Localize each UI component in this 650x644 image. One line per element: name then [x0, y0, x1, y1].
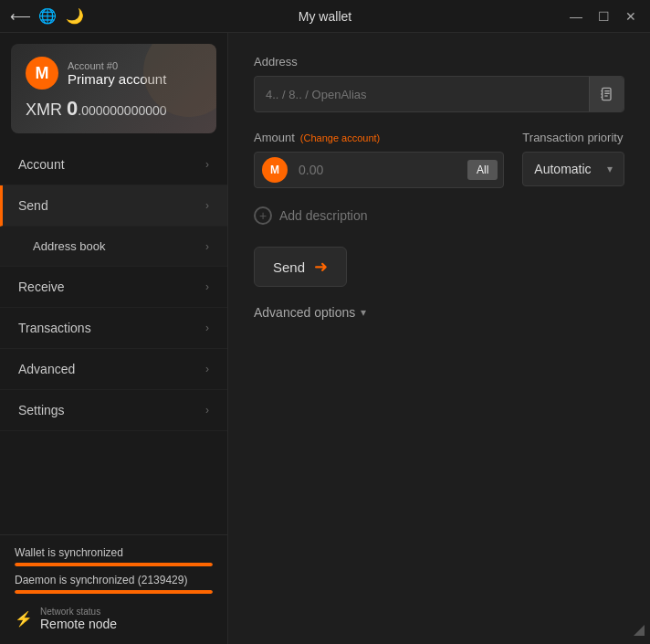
balance-decimal: .000000000000 — [78, 103, 166, 118]
change-account-link[interactable]: (Change account) — [300, 132, 380, 143]
chevron-receive-icon: › — [205, 280, 209, 293]
priority-value: Automatic — [534, 162, 591, 176]
window-title: My wallet — [299, 9, 351, 24]
send-button-label: Send — [273, 259, 305, 275]
title-bar-left: ⟵ 🌐 🌙 — [11, 7, 84, 26]
sidebar-item-send[interactable]: Send › — [0, 185, 227, 227]
priority-chevron-icon: ▾ — [607, 163, 613, 175]
send-button[interactable]: Send ➜ — [254, 247, 347, 287]
amount-label-row: Amount (Change account) — [254, 131, 504, 144]
address-input-wrap — [254, 76, 624, 112]
send-arrow-icon: ➜ — [314, 257, 328, 277]
amount-label: Amount — [254, 131, 295, 144]
resize-handle[interactable] — [634, 625, 645, 639]
balance-integer: 0 — [67, 97, 78, 120]
sidebar-item-transactions[interactable]: Transactions › — [0, 308, 227, 349]
sidebar-item-settings[interactable]: Settings › — [0, 390, 227, 431]
balance-currency: XMR — [26, 100, 62, 119]
add-description-label: Add description — [279, 208, 368, 223]
close-button[interactable]: ✕ — [623, 8, 639, 25]
sidebar-item-advanced-label: Advanced — [18, 362, 75, 376]
advanced-options-row[interactable]: Advanced options ▾ — [254, 305, 624, 320]
sidebar-item-receive[interactable]: Receive › — [0, 267, 227, 308]
chevron-transactions-icon: › — [205, 322, 209, 334]
account-balance: XMR 0.000000000000 — [26, 97, 202, 121]
account-number: Account #0 — [68, 60, 166, 71]
advanced-chevron-icon: ▾ — [361, 306, 366, 319]
maximize-button[interactable]: ☐ — [595, 8, 612, 25]
monero-icon-small: M — [262, 157, 288, 183]
content-area: Address — [228, 33, 650, 644]
moon-icon[interactable]: 🌙 — [66, 7, 84, 26]
sidebar-item-account[interactable]: Account › — [0, 144, 227, 185]
add-description-plus-icon: + — [254, 206, 272, 225]
main-layout: M Account #0 Primary account XMR 0.00000… — [0, 33, 650, 644]
daemon-sync-label: Daemon is synchronized (2139429) — [15, 574, 213, 586]
address-input[interactable] — [255, 79, 589, 111]
account-header: M Account #0 Primary account — [26, 57, 202, 90]
sidebar-item-transactions-label: Transactions — [18, 321, 91, 335]
minimize-button[interactable]: — — [568, 8, 584, 25]
network-status: ⚡ Network status Remote node — [15, 601, 213, 637]
chevron-address-book-icon: › — [205, 240, 209, 253]
sidebar-item-settings-label: Settings — [18, 403, 65, 417]
chevron-send-icon: › — [205, 199, 209, 212]
sidebar-item-advanced[interactable]: Advanced › — [0, 349, 227, 390]
lightning-icon: ⚡ — [15, 610, 33, 628]
sidebar-item-address-book-label: Address book — [33, 239, 106, 253]
account-info: Account #0 Primary account — [68, 60, 166, 87]
wallet-sync-bar — [15, 563, 213, 566]
wallet-sync-label: Wallet is synchronized — [15, 546, 213, 559]
priority-label: Transaction priority — [522, 131, 624, 144]
sidebar-item-address-book[interactable]: Address book › — [0, 227, 227, 267]
chevron-settings-icon: › — [205, 404, 209, 417]
network-status-value: Remote node — [40, 617, 117, 631]
advanced-options-label: Advanced options — [254, 305, 355, 320]
chevron-advanced-icon: › — [205, 363, 209, 375]
sync-section: Wallet is synchronized Daemon is synchro… — [0, 534, 227, 644]
account-card[interactable]: M Account #0 Primary account XMR 0.00000… — [11, 44, 216, 133]
amount-priority-row: Amount (Change account) M All Transactio… — [254, 131, 624, 188]
address-label: Address — [254, 55, 624, 69]
amount-input[interactable] — [295, 153, 462, 186]
priority-select[interactable]: Automatic ▾ — [522, 152, 624, 186]
back-icon[interactable]: ⟵ — [11, 7, 29, 26]
window-controls: — ☐ ✕ — [568, 8, 639, 25]
network-status-label: Network status — [40, 607, 117, 617]
chevron-account-icon: › — [205, 158, 209, 171]
all-button[interactable]: All — [467, 160, 498, 180]
amount-field-group: Amount (Change account) M All — [254, 131, 504, 188]
sidebar-item-send-label: Send — [18, 198, 48, 213]
amount-input-wrap: M All — [254, 152, 504, 188]
sidebar-item-account-label: Account — [18, 157, 65, 172]
account-name: Primary account — [68, 71, 166, 87]
network-info: Network status Remote node — [40, 607, 117, 631]
monero-logo-large: M — [26, 57, 58, 90]
sidebar-item-receive-label: Receive — [18, 280, 65, 294]
sidebar: M Account #0 Primary account XMR 0.00000… — [0, 33, 228, 644]
address-book-button[interactable] — [589, 77, 624, 111]
add-description-row[interactable]: + Add description — [254, 206, 624, 225]
globe-icon[interactable]: 🌐 — [38, 7, 57, 26]
address-field-group: Address — [254, 55, 624, 112]
nav-section: Account › Send › Address book › Receive … — [0, 144, 227, 534]
wallet-sync-bar-fill — [15, 563, 213, 566]
daemon-sync-bar-fill — [15, 590, 213, 594]
daemon-sync-bar — [15, 590, 213, 594]
priority-field-group: Transaction priority Automatic ▾ — [522, 131, 624, 188]
title-bar: ⟵ 🌐 🌙 My wallet — ☐ ✕ — [0, 0, 650, 33]
